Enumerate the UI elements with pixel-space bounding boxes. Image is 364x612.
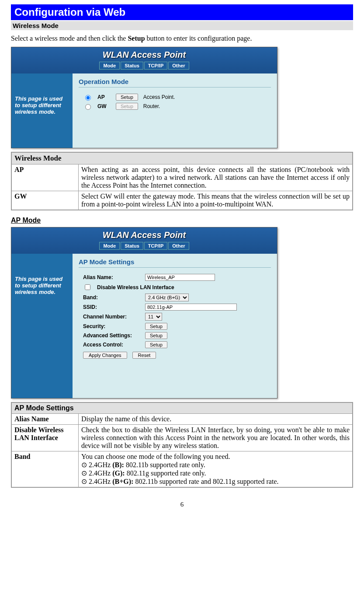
reset-button[interactable]: Reset	[132, 352, 156, 359]
operation-mode-title: Operation Mode	[79, 78, 271, 87]
wireless-mode-subheader: Wireless Mode	[11, 21, 353, 30]
intro-text-before: Select a wireless mode and then click th…	[11, 35, 128, 42]
table-val: When acting as an access point, this dev…	[79, 164, 353, 191]
alias-name-label: Alias Name:	[83, 274, 140, 280]
ap-mode-settings-title: AP Mode Settings	[79, 258, 271, 268]
alias-name-input[interactable]	[145, 274, 215, 281]
table-key: Disable Wireless LAN Interface	[11, 425, 79, 451]
gw-desc: Router.	[143, 103, 160, 109]
row-ap: AP Setup Access Point.	[83, 94, 271, 101]
band-select[interactable]: 2.4 GHz (B+G)	[145, 294, 189, 301]
setup-ap-button[interactable]: Setup	[116, 94, 138, 101]
tab-tcpip[interactable]: TCP/IP	[144, 62, 167, 70]
screenshot-operation-mode: WLAN Access Point Mode Status TCP/IP Oth…	[11, 47, 277, 148]
apply-changes-button[interactable]: Apply Changes	[83, 352, 127, 359]
radio-gw-label: GW	[97, 103, 111, 109]
shot-side-note: This page is used to setup different wir…	[11, 73, 73, 148]
table-val-band: You can choose one mode of the following…	[79, 451, 353, 488]
intro-text-after: button to enter its configuration page.	[145, 35, 252, 42]
access-control-setup-button[interactable]: Setup	[145, 341, 167, 348]
table-val: Select GW will enter the gateway mode. T…	[79, 191, 353, 210]
band-intro: You can choose one mode of the following…	[81, 453, 230, 460]
tab-status[interactable]: Status	[121, 62, 143, 70]
radio-ap-label: AP	[97, 94, 111, 100]
advanced-settings-label: Advanced Settings:	[83, 332, 140, 339]
channel-select[interactable]: 11	[145, 313, 162, 321]
ssid-label: SSID:	[83, 304, 140, 310]
shot-main: AP Mode Settings Alias Name: Disable Wir…	[73, 254, 277, 398]
tab-mode[interactable]: Mode	[99, 62, 120, 70]
tab-other[interactable]: Other	[168, 242, 189, 250]
shot-header: WLAN Access Point Mode Status TCP/IP Oth…	[11, 47, 277, 73]
ssid-input[interactable]	[145, 304, 237, 311]
table-row: AP When acting as an access point, this …	[11, 164, 353, 191]
tab-tcpip[interactable]: TCP/IP	[144, 242, 167, 250]
advanced-setup-button[interactable]: Setup	[145, 332, 167, 339]
shot-header: WLAN Access Point Mode Status TCP/IP Oth…	[11, 227, 277, 254]
disable-wlan-label: Disable Wireless LAN Interface	[97, 284, 174, 290]
shot-main: Operation Mode AP Setup Access Point. GW…	[73, 73, 277, 148]
shot-tabs: Mode Status TCP/IP Other	[11, 242, 277, 250]
band-option-bg: 2.4GHz (B+G): 802.11b supported rate and…	[81, 478, 279, 485]
access-control-label: Access Control:	[83, 342, 140, 348]
disable-wlan-checkbox[interactable]	[85, 284, 90, 290]
wireless-mode-intro: Select a wireless mode and then click th…	[11, 35, 353, 42]
channel-label: Channel Number:	[83, 314, 140, 320]
shot-side-note: This page is used to setup different wir…	[11, 254, 73, 398]
table-row: Alias Name Display the name of this devi…	[11, 414, 353, 425]
intro-setup-bold: Setup	[128, 35, 145, 42]
row-gw: GW Setup Router.	[83, 103, 271, 110]
wireless-mode-table: Wireless Mode AP When acting as an acces…	[11, 152, 353, 210]
security-setup-button[interactable]: Setup	[145, 323, 167, 330]
wireless-mode-table-header: Wireless Mode	[11, 152, 353, 164]
tab-status[interactable]: Status	[121, 242, 143, 250]
screenshot-ap-mode-settings: WLAN Access Point Mode Status TCP/IP Oth…	[11, 227, 277, 399]
table-row: Band You can choose one mode of the foll…	[11, 451, 353, 488]
setup-gw-button[interactable]: Setup	[116, 103, 138, 110]
table-val: Check the box to disable the Wireless LA…	[79, 425, 353, 451]
shot-title: WLAN Access Point	[11, 227, 277, 240]
band-option-b: 2.4GHz (B): 802.11b supported rate only.	[81, 461, 205, 469]
ap-mode-settings-table-header: AP Mode Settings	[11, 402, 353, 414]
band-label: Band:	[83, 294, 140, 301]
table-key: AP	[11, 164, 79, 191]
ap-mode-heading: AP Mode	[11, 217, 353, 224]
ap-mode-settings-table: AP Mode Settings Alias Name Display the …	[11, 402, 353, 488]
page-number: 6	[11, 501, 353, 508]
shot-title: WLAN Access Point	[11, 47, 277, 60]
shot-body: This page is used to setup different wir…	[11, 254, 277, 398]
table-row: GW Select GW will enter the gateway mode…	[11, 191, 353, 210]
tab-mode[interactable]: Mode	[99, 242, 120, 250]
tab-other[interactable]: Other	[168, 62, 189, 70]
shot-tabs: Mode Status TCP/IP Other	[11, 62, 277, 70]
page-header: Configuration via Web	[11, 4, 353, 20]
table-val: Display the name of this device.	[79, 414, 353, 425]
table-key-band: Band	[11, 451, 79, 488]
radio-ap[interactable]	[85, 95, 91, 101]
radio-gw[interactable]	[85, 104, 91, 110]
security-label: Security:	[83, 323, 140, 329]
ap-desc: Access Point.	[143, 94, 175, 100]
table-key: Alias Name	[11, 414, 79, 425]
table-row: Disable Wireless LAN Interface Check the…	[11, 425, 353, 451]
shot-body: This page is used to setup different wir…	[11, 73, 277, 148]
band-option-g: 2.4GHz (G): 802.11g supported rate only.	[81, 469, 206, 477]
table-key: GW	[11, 191, 79, 210]
